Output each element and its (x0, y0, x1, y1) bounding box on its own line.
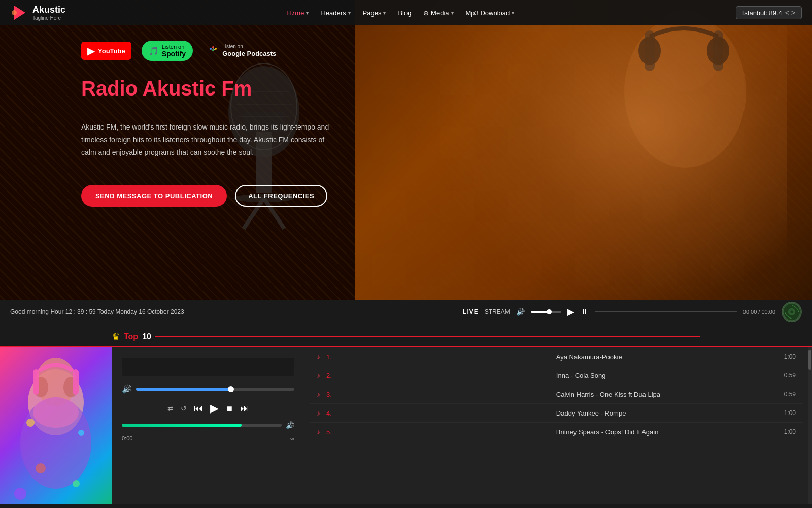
logo[interactable]: Akustic Tagline Here (10, 4, 65, 22)
top-divider (155, 336, 700, 337)
nav-pages[interactable]: Pages ▾ (363, 9, 386, 17)
send-message-button[interactable]: SEND MESSAGE TO PUBLICATION (81, 185, 227, 207)
track-item[interactable]: ♪ 3. Calvin Harris - One Kiss ft Dua Lip… (310, 385, 803, 404)
prev-button[interactable]: ⏮ (194, 403, 203, 414)
svg-point-19 (212, 46, 214, 48)
track-list-section[interactable]: ♪ 1. Aya Nakamura-Pookie 1:00 ♪ 2. Inna … (304, 347, 808, 504)
music-note-icon: ♪ (317, 353, 320, 361)
nav-media[interactable]: ⊕ Media ▾ (423, 9, 453, 17)
svg-point-7 (707, 37, 729, 65)
volume-slider[interactable] (531, 311, 561, 313)
woman-silhouette (431, 0, 787, 305)
all-frequencies-button[interactable]: ALL FREQUENCIES (235, 185, 327, 207)
podcasts-label: Google Podcasts (222, 50, 276, 58)
stream-label: STREAM (485, 308, 510, 315)
track-rank: 1. (326, 353, 548, 361)
spotify-label: Spotify (162, 50, 186, 58)
svg-point-27 (790, 310, 793, 313)
svg-rect-32 (33, 369, 39, 395)
location-arrows-icon: < > (785, 9, 795, 17)
track-duration: 1:00 (784, 428, 796, 435)
youtube-icon: ▶ (87, 45, 95, 57)
track-progress-bar[interactable] (122, 424, 282, 427)
track-rank: 4. (326, 409, 548, 417)
playback-controls: ⇄ ↺ ⏮ ▶ ⏹ ⏭ (122, 402, 294, 415)
track-rank: 3. (326, 391, 548, 398)
player-bar: Good morning Hour 12 : 39 : 59 Today Mon… (0, 300, 812, 323)
album-art-svg (0, 347, 112, 504)
play-main-button[interactable]: ▶ (210, 402, 219, 415)
track-item[interactable]: ♪ 5. Britney Spears - Oops! Did It Again… (310, 423, 803, 441)
platform-badges: ▶ YouTube 🎵 Listen on Spotify (81, 41, 386, 61)
logo-icon (10, 4, 28, 22)
track-name: Daddy Yankee - Rompe (556, 409, 778, 417)
podcasts-badge[interactable]: Listen on Google Podcasts (203, 41, 280, 60)
svg-point-38 (36, 463, 46, 473)
youtube-label: YouTube (98, 47, 125, 55)
svg-point-6 (638, 37, 661, 65)
track-item[interactable]: ♪ 4. Daddy Yankee - Rompe 1:00 (310, 404, 803, 423)
svg-point-37 (78, 430, 84, 436)
time-display: 00:00 / 00:00 (743, 309, 775, 315)
track-title-bar (122, 358, 294, 376)
stop-button[interactable]: ⏹ (226, 404, 233, 412)
track-rank: 2. (326, 372, 548, 379)
hero-title: Radio Akustic Fm (81, 76, 386, 101)
top-number: 10 (142, 332, 151, 341)
logo-name: Akustic (32, 5, 65, 15)
svg-line-23 (214, 49, 215, 50)
track-item[interactable]: ♪ 1. Aya Nakamura-Pookie 1:00 (310, 347, 803, 366)
nav-home[interactable]: H♪me ▾ (287, 9, 309, 17)
logo-tagline: Tagline Here (32, 15, 65, 21)
spotify-listen-on: Listen on (162, 44, 186, 50)
svg-point-21 (212, 49, 214, 51)
music-note-icon: ♪ (317, 371, 320, 379)
svg-point-39 (73, 480, 80, 487)
nav-mp3[interactable]: Mp3 Download ▾ (466, 9, 515, 17)
volume-fill (531, 311, 548, 313)
track-item[interactable]: ♪ 2. Inna - Cola Song 0:59 (310, 366, 803, 385)
shuffle-button[interactable]: ⇄ (167, 404, 174, 412)
top-label: Top (124, 332, 138, 341)
hero-buttons: SEND MESSAGE TO PUBLICATION ALL FREQUENC… (81, 185, 386, 207)
spotify-badge[interactable]: 🎵 Listen on Spotify (142, 41, 193, 61)
track-time-row: 0:00 -∞ (122, 435, 294, 441)
play-button[interactable]: ▶ (567, 306, 574, 318)
player-volume-icon[interactable]: 🔊 (122, 384, 132, 394)
player-controls: LIVE STREAM 🔊 ▶ ⏸ 00:00 / 00:00 (463, 302, 802, 322)
max-vol-icon[interactable]: 🔊 (286, 421, 294, 429)
progress-bar[interactable] (595, 311, 737, 312)
volume-icon[interactable]: 🔊 (516, 308, 525, 316)
location-badge[interactable]: İstanbul: 89.4 < > (736, 6, 802, 19)
music-note-icon: ♪ (317, 409, 320, 417)
track-name: Inna - Cola Song (556, 372, 778, 379)
nav-headers[interactable]: Headers ▾ (321, 9, 350, 17)
track-progress-fill (122, 424, 242, 427)
track-duration: 0:59 (784, 391, 796, 398)
player-volume-row: 🔊 (122, 382, 294, 396)
hero-content: ▶ YouTube 🎵 Listen on Spotify (81, 41, 386, 207)
live-label: LIVE (463, 308, 479, 315)
music-note-icon: ♪ (317, 428, 320, 436)
track-duration: 1:00 (784, 353, 796, 360)
scrollbar-thumb[interactable] (808, 350, 811, 370)
player-volume-thumb (228, 386, 234, 392)
track-total-time: -∞ (288, 435, 294, 441)
track-current-time: 0:00 (122, 435, 132, 441)
nav-blog[interactable]: Blog (398, 9, 411, 17)
music-note-icon: ♪ (317, 390, 320, 398)
svg-point-40 (14, 488, 26, 500)
bottom-section: ♛ Top 10 (0, 323, 812, 508)
youtube-badge[interactable]: ▶ YouTube (81, 42, 131, 60)
top10-header: ♛ Top 10 (0, 323, 812, 347)
player-volume-bar[interactable] (136, 388, 294, 391)
next-button[interactable]: ⏭ (240, 403, 249, 414)
bottom-content: 🔊 ⇄ ↺ ⏮ ▶ ⏹ ⏭ 🔊 0:00 (0, 347, 812, 504)
pause-button[interactable]: ⏸ (581, 307, 589, 316)
svg-point-1 (12, 10, 17, 15)
album-art[interactable] (782, 302, 802, 322)
repeat-button[interactable]: ↺ (181, 404, 187, 412)
track-rank: 5. (326, 428, 548, 436)
scrollbar[interactable] (808, 347, 812, 504)
podcasts-icon (207, 45, 219, 57)
